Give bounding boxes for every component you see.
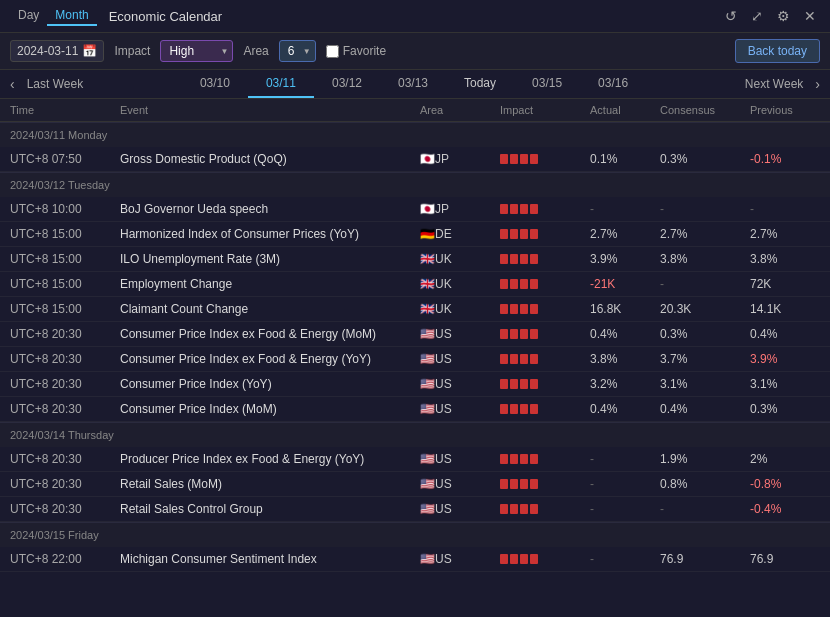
row-area: 🇯🇵 JP <box>420 202 500 216</box>
row-consensus: - <box>660 202 750 216</box>
row-actual: 3.9% <box>590 252 660 266</box>
row-impact <box>500 329 590 339</box>
back-today-button[interactable]: Back today <box>735 39 820 63</box>
impact-bar-3 <box>520 379 528 389</box>
row-actual: -21K <box>590 277 660 291</box>
date-03-12[interactable]: 03/12 <box>314 70 380 98</box>
date-03-11[interactable]: 03/11 <box>248 70 314 98</box>
settings-icon[interactable]: ⚙ <box>773 6 794 26</box>
favorite-checkbox-wrap[interactable]: Favorite <box>326 44 386 58</box>
table-row: UTC+8 20:30 Consumer Price Index ex Food… <box>0 322 830 347</box>
expand-icon[interactable]: ⤢ <box>747 6 767 26</box>
row-impact <box>500 154 590 164</box>
row-event: ILO Unemployment Rate (3M) <box>120 252 420 266</box>
section-thursday: 2024/03/14 Thursday <box>0 422 830 447</box>
table-row: UTC+8 15:00 Harmonized Index of Consumer… <box>0 222 830 247</box>
row-actual: 0.4% <box>590 402 660 416</box>
next-week-arrow[interactable]: › <box>805 70 830 98</box>
impact-bar-1 <box>500 504 508 514</box>
row-actual: 3.8% <box>590 352 660 366</box>
impact-bar-3 <box>520 304 528 314</box>
impact-bar-2 <box>510 454 518 464</box>
area-select[interactable]: 6 <box>279 40 316 62</box>
row-impact <box>500 404 590 414</box>
row-time: UTC+8 20:30 <box>10 452 120 466</box>
flag-icon: 🇺🇸 <box>420 402 435 416</box>
impact-bar-2 <box>510 204 518 214</box>
row-area: 🇺🇸 US <box>420 352 500 366</box>
date-today[interactable]: Today <box>446 70 514 98</box>
prev-week-label[interactable]: Last Week <box>25 71 85 97</box>
row-impact <box>500 504 590 514</box>
impact-bar-4 <box>530 279 538 289</box>
table-row: UTC+8 20:30 Producer Price Index ex Food… <box>0 447 830 472</box>
next-week-label[interactable]: Next Week <box>743 71 805 97</box>
row-consensus: - <box>660 502 750 516</box>
date-03-10[interactable]: 03/10 <box>182 70 248 98</box>
impact-bar-2 <box>510 254 518 264</box>
favorite-checkbox[interactable] <box>326 45 339 58</box>
week-dates: 03/10 03/11 03/12 03/13 Today 03/15 03/1… <box>85 70 743 98</box>
impact-bar-1 <box>500 479 508 489</box>
date-03-16[interactable]: 03/16 <box>580 70 646 98</box>
area-code: US <box>435 377 452 391</box>
table-row: UTC+8 20:30 Consumer Price Index (YoY) 🇺… <box>0 372 830 397</box>
flag-icon: 🇯🇵 <box>420 202 435 216</box>
impact-bar-2 <box>510 554 518 564</box>
area-code: US <box>435 452 452 466</box>
impact-bar-3 <box>520 554 528 564</box>
date-value: 2024-03-11 <box>17 44 78 58</box>
date-picker[interactable]: 2024-03-11 📅 <box>10 40 104 62</box>
row-event: Consumer Price Index ex Food & Energy (Y… <box>120 352 420 366</box>
date-03-15[interactable]: 03/15 <box>514 70 580 98</box>
refresh-icon[interactable]: ↺ <box>721 6 741 26</box>
flag-icon: 🇬🇧 <box>420 302 435 316</box>
row-time: UTC+8 15:00 <box>10 302 120 316</box>
table-row: UTC+8 07:50 Gross Domestic Product (QoQ)… <box>0 147 830 172</box>
row-consensus: 1.9% <box>660 452 750 466</box>
date-03-13[interactable]: 03/13 <box>380 70 446 98</box>
row-consensus: 0.4% <box>660 402 750 416</box>
row-previous: 76.9 <box>750 552 820 566</box>
row-actual: 3.2% <box>590 377 660 391</box>
section-monday: 2024/03/11 Monday <box>0 122 830 147</box>
impact-select[interactable]: High Medium Low <box>160 40 233 62</box>
row-previous: 3.1% <box>750 377 820 391</box>
row-time: UTC+8 15:00 <box>10 227 120 241</box>
row-area: 🇺🇸 US <box>420 402 500 416</box>
top-controls: ↺ ⤢ ⚙ ✕ <box>721 6 820 26</box>
row-previous: - <box>750 202 820 216</box>
area-code: UK <box>435 302 452 316</box>
flag-icon: 🇺🇸 <box>420 352 435 366</box>
row-consensus: 0.3% <box>660 327 750 341</box>
impact-bar-2 <box>510 279 518 289</box>
flag-icon: 🇩🇪 <box>420 227 435 241</box>
table-row: UTC+8 20:30 Retail Sales (MoM) 🇺🇸 US - 0… <box>0 472 830 497</box>
flag-icon: 🇺🇸 <box>420 552 435 566</box>
table-area: Time Event Area Impact Actual Consensus … <box>0 99 830 596</box>
row-actual: - <box>590 552 660 566</box>
impact-bar-1 <box>500 454 508 464</box>
close-icon[interactable]: ✕ <box>800 6 820 26</box>
row-consensus: 3.8% <box>660 252 750 266</box>
area-select-wrap: 6 <box>279 40 316 62</box>
row-time: UTC+8 15:00 <box>10 252 120 266</box>
tab-month[interactable]: Month <box>47 6 96 26</box>
area-code: UK <box>435 252 452 266</box>
section-tuesday: 2024/03/12 Tuesday <box>0 172 830 197</box>
row-event: Retail Sales (MoM) <box>120 477 420 491</box>
tab-day[interactable]: Day <box>10 6 47 26</box>
flag-icon: 🇺🇸 <box>420 327 435 341</box>
row-time: UTC+8 20:30 <box>10 477 120 491</box>
impact-bar-1 <box>500 154 508 164</box>
next-week-wrap: Next Week › <box>743 70 830 98</box>
prev-week-arrow[interactable]: ‹ <box>0 70 25 98</box>
impact-bar-4 <box>530 454 538 464</box>
flag-icon: 🇯🇵 <box>420 152 435 166</box>
row-consensus: 0.3% <box>660 152 750 166</box>
row-previous: 3.8% <box>750 252 820 266</box>
impact-bar-2 <box>510 504 518 514</box>
row-impact <box>500 229 590 239</box>
row-impact <box>500 204 590 214</box>
flag-icon: 🇺🇸 <box>420 477 435 491</box>
